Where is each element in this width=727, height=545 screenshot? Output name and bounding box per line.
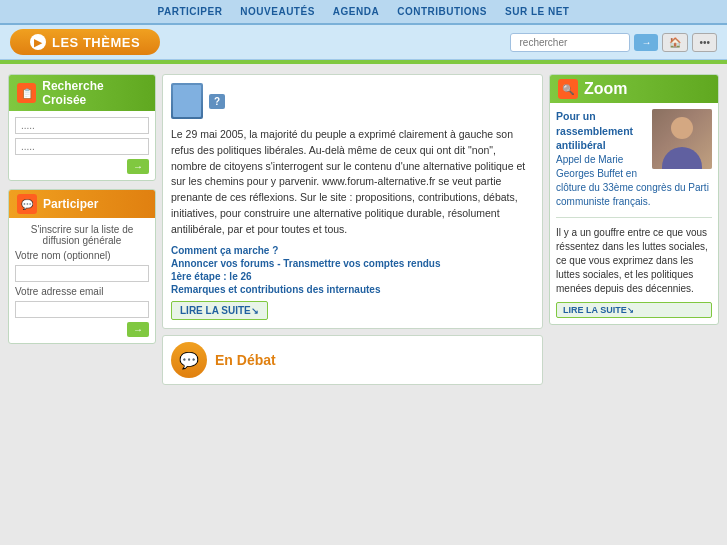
recherche-box: 📋 Recherche Croisée → <box>8 74 156 181</box>
participer-header: 💬 Participer <box>9 190 155 218</box>
recherche-input-1[interactable] <box>15 117 149 134</box>
lire-suite-button[interactable]: LIRE LA SUITE <box>171 301 268 320</box>
article-links: Comment ça marche ? Annoncer vos forums … <box>171 245 534 295</box>
person-illustration <box>652 109 712 169</box>
nav-sur-le-net[interactable]: SUR LE NET <box>505 6 569 17</box>
recherche-body: → <box>9 111 155 180</box>
zoom-header: 🔍 Zoom <box>550 75 718 103</box>
search-submit-button[interactable]: → <box>634 34 658 51</box>
nav-nouveautes[interactable]: NOUVEAUTÉS <box>240 6 314 17</box>
zoom-title: Zoom <box>584 80 628 98</box>
link-1ere-etape[interactable]: 1ère étape : le 26 <box>171 271 534 282</box>
left-sidebar: 📋 Recherche Croisée → 💬 Participer S'ins… <box>8 74 156 385</box>
participer-submit-button[interactable]: → <box>127 322 149 337</box>
link-annoncer-forums[interactable]: Annoncer vos forums - Transmettre vos co… <box>171 258 534 269</box>
participer-title: Participer <box>43 197 98 211</box>
themes-arrow-icon: ▶ <box>30 34 46 50</box>
nom-label: Votre nom (optionnel) <box>15 250 149 261</box>
top-navigation: PARTICIPER NOUVEAUTÉS AGENDA CONTRIBUTIO… <box>0 0 727 25</box>
nav-agenda[interactable]: AGENDA <box>333 6 379 17</box>
en-debat-icon: 💬 <box>171 342 207 378</box>
nom-input[interactable] <box>15 265 149 282</box>
zoom-body: Pour un rassemblement antilibéral Appel … <box>550 103 718 324</box>
en-debat-section: 💬 En débat <box>162 335 543 385</box>
article-body: Le 29 mai 2005, la majorité du peuple a … <box>171 127 534 237</box>
question-badge: ? <box>209 94 225 109</box>
green-accent-bar <box>0 60 727 64</box>
recherche-icon: 📋 <box>17 83 36 103</box>
diffusion-text: S'inscrire sur la liste de diffusion gén… <box>15 224 149 246</box>
zoom-divider <box>556 217 712 218</box>
participer-box: 💬 Participer S'inscrire sur la liste de … <box>8 189 156 344</box>
recherche-submit-button[interactable]: → <box>127 159 149 174</box>
zoom-lire-suite-button[interactable]: LIRE LA SUITE <box>556 302 712 318</box>
search-area: → 🏠 ••• <box>510 33 717 52</box>
nav-participer[interactable]: PARTICIPER <box>158 6 223 17</box>
main-content: 📋 Recherche Croisée → 💬 Participer S'ins… <box>0 66 727 393</box>
email-input[interactable] <box>15 301 149 318</box>
sub-navigation: ▶ LES THÈMES → 🏠 ••• <box>0 25 727 60</box>
email-label: Votre adresse email <box>15 286 149 297</box>
themes-button[interactable]: ▶ LES THÈMES <box>10 29 160 55</box>
recherche-header: 📋 Recherche Croisée <box>9 75 155 111</box>
zoom-person-image <box>652 109 712 169</box>
door-icon <box>171 83 203 119</box>
participer-icon: 💬 <box>17 194 37 214</box>
center-main-article: ? Le 29 mai 2005, la majorité du peuple … <box>162 74 543 329</box>
participer-body: S'inscrire sur la liste de diffusion gén… <box>9 218 155 343</box>
zoom-body-text: Il y a un gouffre entre ce que vous réss… <box>556 226 712 296</box>
home-button[interactable]: 🏠 <box>662 33 688 52</box>
link-remarques[interactable]: Remarques et contributions des internaut… <box>171 284 534 295</box>
search-input[interactable] <box>510 33 630 52</box>
recherche-input-2[interactable] <box>15 138 149 155</box>
nav-contributions[interactable]: CONTRIBUTIONS <box>397 6 487 17</box>
article-icons: ? <box>171 83 534 119</box>
recherche-title: Recherche Croisée <box>42 79 147 107</box>
zoom-box: 🔍 Zoom Pour un rassemblement antilibéral… <box>549 74 719 325</box>
right-sidebar: 🔍 Zoom Pour un rassemblement antilibéral… <box>549 74 719 385</box>
zoom-header-icon: 🔍 <box>558 79 578 99</box>
link-comment-ca-marche[interactable]: Comment ça marche ? <box>171 245 534 256</box>
more-button[interactable]: ••• <box>692 33 717 52</box>
zoom-article-block: Pour un rassemblement antilibéral Appel … <box>556 109 712 209</box>
center-content: ? Le 29 mai 2005, la majorité du peuple … <box>162 74 543 385</box>
en-debat-title: En débat <box>215 352 276 368</box>
